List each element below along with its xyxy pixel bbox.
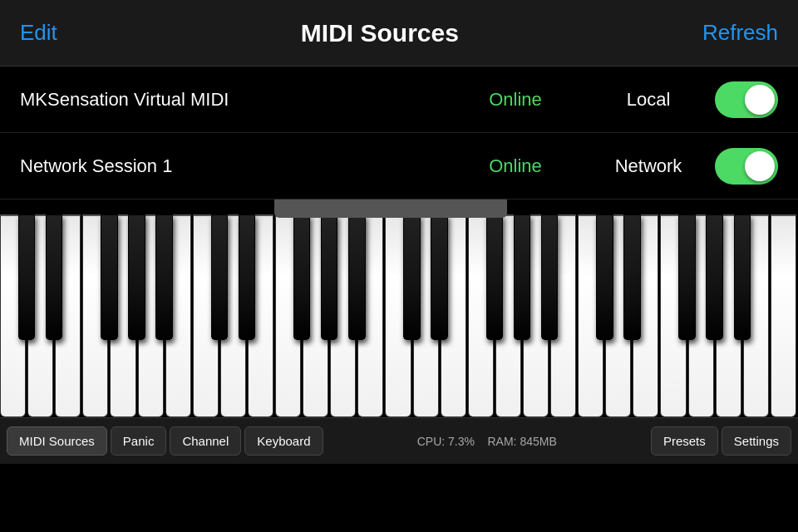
- midi-source-toggle-1[interactable]: [715, 148, 778, 185]
- cpu-status: CPU: 7.3%: [417, 435, 475, 448]
- toolbar-midi-sources-button[interactable]: MIDI Sources: [7, 426, 107, 456]
- ram-status: RAM: 845MB: [488, 435, 557, 448]
- black-key[interactable]: [623, 214, 641, 340]
- black-key[interactable]: [239, 214, 256, 340]
- midi-source-name-0: MKSensation Virtual MIDI: [20, 89, 449, 111]
- white-keys-container: [0, 214, 798, 417]
- toolbar-right-buttons: Presets Settings: [651, 426, 791, 456]
- black-key[interactable]: [211, 214, 229, 340]
- midi-source-list: MKSensation Virtual MIDI Online Local Ne…: [0, 66, 798, 200]
- toolbar-panic-button[interactable]: Panic: [111, 426, 167, 456]
- toolbar-presets-button[interactable]: Presets: [651, 426, 718, 456]
- midi-source-status-0: Online: [449, 89, 582, 111]
- black-key[interactable]: [128, 214, 145, 340]
- midi-source-toggle-0[interactable]: [715, 81, 778, 118]
- toolbar-channel-button[interactable]: Channel: [170, 426, 241, 456]
- midi-source-type-0: Local: [582, 89, 715, 111]
- black-key[interactable]: [293, 214, 311, 340]
- black-key[interactable]: [431, 214, 448, 340]
- bottom-toolbar: MIDI Sources Panic Channel Keyboard CPU:…: [0, 417, 798, 464]
- black-key[interactable]: [734, 214, 751, 340]
- toolbar-settings-button[interactable]: Settings: [722, 426, 791, 456]
- black-key[interactable]: [514, 214, 531, 340]
- white-key[interactable]: [771, 214, 796, 417]
- scroll-indicator[interactable]: [274, 200, 507, 218]
- refresh-button[interactable]: Refresh: [702, 20, 778, 46]
- black-key[interactable]: [348, 214, 366, 340]
- page-title: MIDI Sources: [301, 19, 459, 47]
- midi-source-row-0: MKSensation Virtual MIDI Online Local: [0, 66, 798, 133]
- edit-button[interactable]: Edit: [20, 20, 57, 46]
- piano-area: [0, 200, 798, 417]
- toolbar-keyboard-button[interactable]: Keyboard: [244, 426, 323, 456]
- black-key[interactable]: [155, 214, 173, 340]
- midi-source-row-1: Network Session 1 Online Network: [0, 133, 798, 200]
- piano-keyboard: [0, 214, 798, 417]
- midi-source-name-1: Network Session 1: [20, 155, 449, 177]
- midi-source-type-1: Network: [582, 155, 715, 177]
- black-key[interactable]: [101, 214, 118, 340]
- black-key[interactable]: [403, 214, 421, 340]
- black-key[interactable]: [46, 214, 63, 340]
- black-key[interactable]: [486, 214, 504, 340]
- toolbar-status: CPU: 7.3% RAM: 845MB: [327, 435, 648, 448]
- black-key[interactable]: [541, 214, 559, 340]
- black-key[interactable]: [678, 214, 696, 340]
- black-key[interactable]: [321, 214, 338, 340]
- black-key[interactable]: [706, 214, 723, 340]
- black-key[interactable]: [596, 214, 613, 340]
- black-key[interactable]: [18, 214, 36, 340]
- midi-source-status-1: Online: [449, 155, 582, 177]
- header: Edit MIDI Sources Refresh: [0, 0, 798, 66]
